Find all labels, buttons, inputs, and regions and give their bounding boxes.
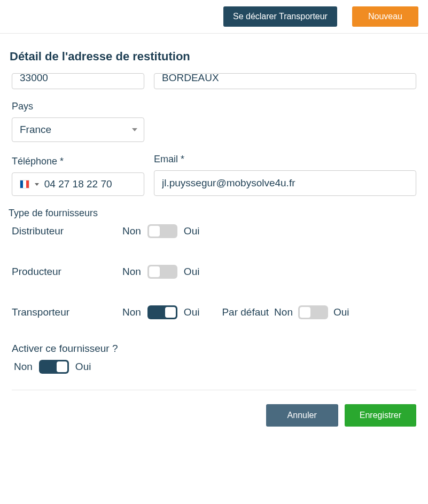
carrier-default-toggle[interactable] xyxy=(298,305,328,319)
address-row: 33000 BORDEAUX xyxy=(12,73,416,89)
phone-input-wrapper[interactable] xyxy=(12,172,144,196)
cancel-button[interactable]: Annuler xyxy=(266,404,338,427)
supplier-types-label: Type de fournisseurs xyxy=(9,208,416,219)
activate-toggle[interactable] xyxy=(39,360,69,374)
activate-label: Activer ce fournisseur ? xyxy=(12,343,416,355)
default-label: Par défaut xyxy=(222,306,269,318)
carrier-default-block: Par défaut Non Oui xyxy=(222,305,349,319)
city-input[interactable]: BORDEAUX xyxy=(154,73,416,89)
postal-code-input[interactable]: 33000 xyxy=(12,73,144,89)
toggle-off-text: Non xyxy=(14,361,33,373)
chevron-down-icon[interactable] xyxy=(35,183,39,186)
distributor-label: Distributeur xyxy=(12,225,116,237)
toggle-on-text: Oui xyxy=(184,225,200,237)
toggle-on-text: Oui xyxy=(184,266,200,278)
phone-label: Téléphone * xyxy=(12,156,144,167)
distributor-toggle[interactable] xyxy=(147,224,177,238)
country-label: Pays xyxy=(12,101,144,112)
toggle-off-text: Non xyxy=(122,306,141,318)
toggle-on-text: Oui xyxy=(75,361,91,373)
phone-input[interactable] xyxy=(44,178,136,190)
new-button[interactable]: Nouveau xyxy=(352,6,418,27)
producer-label: Producteur xyxy=(12,266,116,278)
save-button[interactable]: Enregistrer xyxy=(345,404,416,427)
distributor-toggle-row: Distributeur Non Oui xyxy=(12,224,416,238)
country-value: France xyxy=(20,124,51,136)
page-title: Détail de l'adresse de restitution xyxy=(0,34,428,73)
producer-toggle[interactable] xyxy=(147,265,177,279)
carrier-label: Transporteur xyxy=(12,306,116,318)
country-select[interactable]: France xyxy=(12,117,144,142)
email-label: Email * xyxy=(154,154,416,165)
form-area: 33000 BORDEAUX Pays France Téléphone * xyxy=(0,73,428,374)
chevron-down-icon xyxy=(132,128,137,131)
footer-actions: Annuler Enregistrer xyxy=(0,390,428,432)
email-input[interactable] xyxy=(154,170,416,196)
toggle-off-text: Non xyxy=(274,306,293,318)
toggle-off-text: Non xyxy=(122,225,141,237)
producer-toggle-row: Producteur Non Oui xyxy=(12,265,416,279)
toggle-on-text: Oui xyxy=(333,306,349,318)
carrier-toggle-row: Transporteur Non Oui Par défaut Non Oui xyxy=(12,305,416,319)
toggle-off-text: Non xyxy=(122,266,141,278)
activate-block: Activer ce fournisseur ? Non Oui xyxy=(12,343,416,374)
flag-fr-icon[interactable] xyxy=(20,180,29,188)
carrier-toggle[interactable] xyxy=(147,305,177,319)
header-bar: Se déclarer Transporteur Nouveau xyxy=(0,0,428,34)
toggle-on-text: Oui xyxy=(184,306,200,318)
declare-carrier-button[interactable]: Se déclarer Transporteur xyxy=(223,6,337,27)
